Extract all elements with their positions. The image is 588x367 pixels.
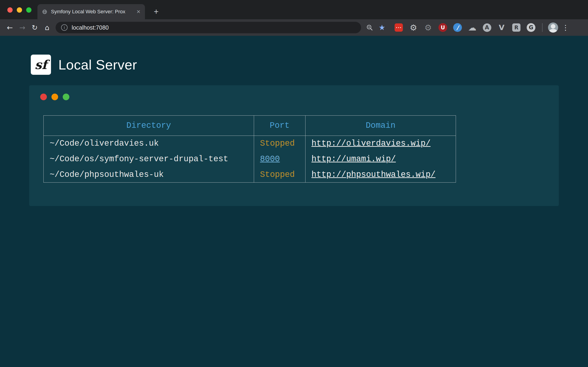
page-title: Local Server [58, 57, 137, 73]
bookmark-star-icon[interactable]: ★ [376, 21, 388, 34]
zoom-icon[interactable] [363, 21, 376, 34]
domain-cell: http://umami.wip/ [305, 151, 456, 167]
port-cell: 8000 [254, 151, 305, 167]
browser-menu-icon[interactable]: ⋮ [560, 23, 571, 32]
url-text[interactable]: localhost:7080 [72, 24, 109, 31]
ublock-extension-icon[interactable]: U [438, 23, 448, 33]
table-row: ~/Code/phpsouthwales-uk Stopped http://p… [44, 167, 456, 183]
tab-title: Symfony Local Web Server: Prox [51, 9, 133, 15]
panel-traffic-dots [40, 94, 559, 100]
domain-cell: http://phpsouthwales.wip/ [305, 167, 456, 183]
domain-link[interactable]: http://umami.wip/ [311, 154, 396, 164]
extensions-row: ••• ⚙ ⚙ U / ☁ A V R G [391, 23, 538, 33]
dark-gear-extension-icon[interactable]: ⚙ [423, 23, 433, 33]
table-row: ~/Code/os/symfony-server-drupal-test 800… [44, 151, 456, 167]
column-header-domain: Domain [305, 116, 456, 136]
panel-orange-dot [52, 94, 58, 100]
column-header-port: Port [254, 116, 305, 136]
page-content: sf Local Server Directory Port Domain ~/… [0, 36, 588, 367]
panel-red-dot [40, 94, 47, 100]
brand-header: sf Local Server [0, 36, 588, 75]
github-extension-icon[interactable]: G [526, 23, 536, 33]
table-header-row: Directory Port Domain [44, 116, 456, 136]
browser-window: Symfony Local Web Server: Prox × + ← → ↻… [0, 0, 588, 36]
page-info-icon[interactable]: i [61, 24, 68, 31]
square-badge-extension-icon[interactable]: R [511, 23, 521, 33]
port-cell: Stopped [254, 136, 305, 151]
domain-cell: http://oliverdavies.wip/ [305, 136, 456, 151]
panel-green-dot [63, 94, 69, 100]
status-badge: Stopped [260, 170, 295, 179]
zoom-window-button[interactable] [26, 7, 32, 13]
port-link[interactable]: 8000 [260, 154, 280, 164]
a-badge-extension-icon[interactable]: A [482, 23, 492, 33]
minimize-window-button[interactable] [17, 7, 22, 13]
servers-table: Directory Port Domain ~/Code/oliverdavie… [43, 115, 456, 183]
column-header-directory: Directory [44, 116, 254, 136]
profile-avatar[interactable] [548, 23, 558, 33]
domain-link[interactable]: http://phpsouthwales.wip/ [311, 170, 435, 179]
red-dots-extension-icon[interactable]: ••• [394, 23, 404, 33]
toolbar: ← → ↻ ⌂ i localhost:7080 ★ ••• ⚙ ⚙ U / ☁… [0, 19, 588, 36]
gear-extension-icon[interactable]: ⚙ [408, 23, 418, 33]
table-row: ~/Code/oliverdavies.uk Stopped http://ol… [44, 136, 456, 151]
tab-close-icon[interactable]: × [137, 8, 140, 15]
browser-tab[interactable]: Symfony Local Web Server: Prox × [37, 4, 145, 19]
symfony-logo: sf [31, 55, 51, 75]
cloud-extension-icon[interactable]: ☁ [467, 23, 477, 33]
v-badge-extension-icon[interactable]: V [497, 23, 507, 33]
directory-cell: ~/Code/phpsouthwales-uk [44, 167, 254, 183]
directory-cell: ~/Code/os/symfony-server-drupal-test [44, 151, 254, 167]
blue-circle-extension-icon[interactable]: / [452, 23, 463, 33]
forward-button[interactable]: → [16, 21, 28, 34]
toolbar-divider [542, 23, 543, 32]
server-panel: Directory Port Domain ~/Code/oliverdavie… [29, 85, 559, 206]
directory-cell: ~/Code/oliverdavies.uk [44, 136, 254, 151]
tab-favicon-globe-icon [42, 9, 47, 15]
new-tab-button[interactable]: + [150, 6, 162, 17]
home-button[interactable]: ⌂ [41, 21, 53, 34]
window-controls [7, 7, 32, 13]
domain-link[interactable]: http://oliverdavies.wip/ [311, 139, 431, 148]
port-cell: Stopped [254, 167, 305, 183]
reload-button[interactable]: ↻ [28, 21, 41, 34]
back-button[interactable]: ← [4, 21, 16, 34]
status-badge: Stopped [260, 139, 295, 148]
titlebar: Symfony Local Web Server: Prox × + [0, 0, 588, 19]
close-window-button[interactable] [7, 7, 13, 13]
address-bar[interactable]: i localhost:7080 [56, 22, 361, 33]
